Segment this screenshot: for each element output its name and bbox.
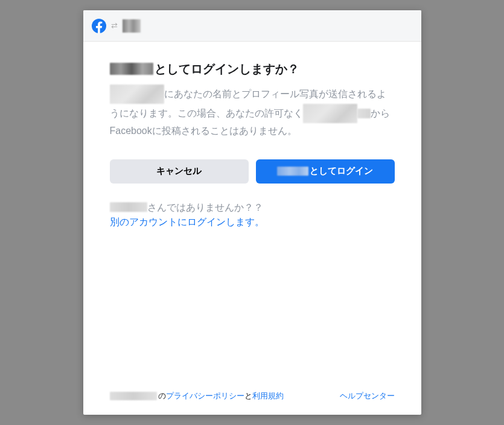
not-you-section: さんではありませんか？？ 別のアカウントにログインします。 [110, 200, 395, 229]
dialog-description: にあなたの名前とプロフィール写真が送信されるようになります。この場合、あなたの許… [110, 85, 395, 139]
redacted-login-user [277, 167, 308, 176]
dialog-content: としてログインしますか？ にあなたの名前とプロフィール写真が送信されるようになり… [83, 42, 421, 391]
help-center-link[interactable]: ヘルプセンター [340, 391, 395, 401]
action-buttons: キャンセル としてログイン [110, 159, 395, 184]
title-text: としてログインしますか？ [155, 61, 299, 77]
redacted-user-name [110, 63, 153, 75]
redacted-current-user [110, 202, 147, 212]
not-you-text: さんではありませんか？？ [147, 202, 263, 212]
login-button-label: としてログイン [310, 165, 373, 177]
footer-and: と [244, 391, 252, 401]
redacted-app-name-3 [357, 109, 371, 118]
facebook-oauth-dialog: ⇄ としてログインしますか？ にあなたの名前とプロフィール写真が送信されるように… [83, 10, 421, 415]
facebook-logo-icon [92, 19, 106, 33]
switch-account-link[interactable]: 別のアカウントにログインします。 [110, 215, 264, 229]
terms-link[interactable]: 利用規約 [252, 391, 284, 401]
redacted-app-name-2 [303, 104, 357, 123]
footer-legal: の プライバシーポリシー と 利用規約 [110, 391, 284, 401]
third-party-app-icon [123, 19, 141, 33]
arrow-right-left-icon: ⇄ [111, 22, 118, 30]
cancel-button[interactable]: キャンセル [110, 159, 249, 184]
login-button[interactable]: としてログイン [256, 159, 395, 184]
redacted-app-name [110, 85, 164, 104]
redacted-app-name-footer [110, 392, 157, 400]
cancel-button-label: キャンセル [156, 165, 202, 177]
dialog-title: としてログインしますか？ [110, 61, 395, 77]
dialog-footer: の プライバシーポリシー と 利用規約 ヘルプセンター [83, 391, 421, 415]
dialog-header: ⇄ [83, 10, 421, 42]
privacy-policy-link[interactable]: プライバシーポリシー [166, 391, 244, 401]
footer-possessive: の [158, 391, 166, 401]
